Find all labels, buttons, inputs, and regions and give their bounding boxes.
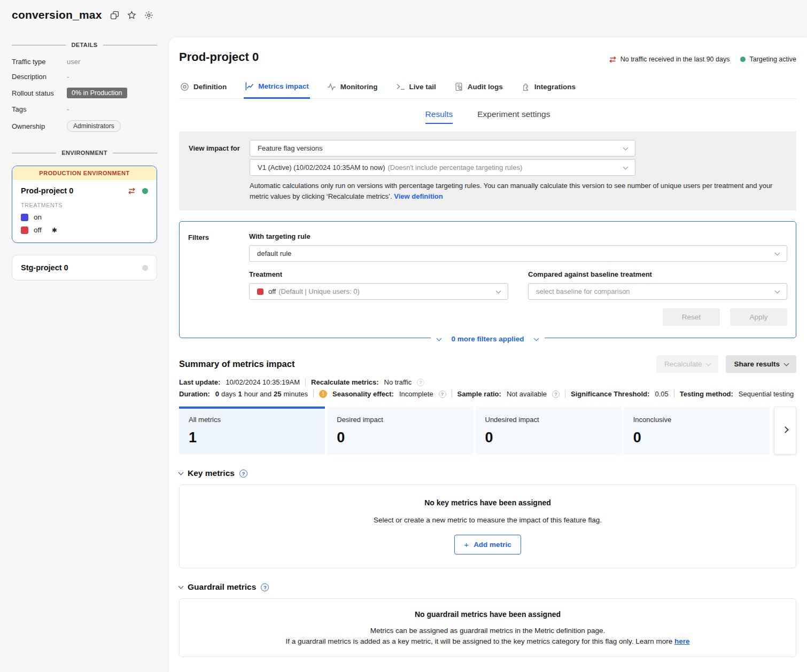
guardrail-metrics-title: Guardrail metrics — [188, 582, 256, 592]
collapse-icon[interactable] — [179, 584, 184, 589]
copy-icon[interactable] — [110, 11, 119, 20]
subtab-experiment-settings[interactable]: Experiment settings — [477, 110, 550, 124]
detail-label: Traffic type — [12, 58, 67, 66]
key-metrics-title: Key metrics — [188, 468, 235, 478]
detail-row-ownership: Ownership Administrators — [12, 120, 157, 132]
tab-label: Live tail — [409, 83, 436, 91]
version-select[interactable]: V1 (Active) (10/02/2024 10:35AM to now) … — [250, 159, 635, 176]
chevron-down-icon — [623, 145, 628, 150]
version-type-select[interactable]: Feature flag versions — [250, 140, 635, 157]
share-results-button[interactable]: Share results — [726, 355, 796, 373]
results-subtabs: Results Experiment settings — [179, 110, 796, 124]
more-filters-label: 0 more filters applied — [452, 335, 524, 343]
env-active-dot — [142, 188, 148, 194]
last-update-label: Last update: — [179, 378, 220, 386]
view-impact-label: View impact for — [189, 140, 250, 202]
details-list: Traffic type user Description - Rollout … — [12, 58, 157, 132]
view-definition-link[interactable]: View definition — [394, 192, 443, 200]
card-desired-impact[interactable]: Desired impact 0 — [327, 407, 473, 455]
detail-value: - — [67, 73, 69, 81]
no-traffic-text: No traffic received in the last 90 days — [620, 56, 730, 63]
detail-row-rollout-status: Rollout status 0% in Production — [12, 88, 157, 98]
staging-environment-card[interactable]: Stg-project 0 — [12, 255, 157, 280]
help-icon[interactable]: ? — [439, 390, 446, 398]
detail-value: user — [67, 58, 80, 66]
guardrail-empty-title: No guardrail metrics have been assigned — [190, 610, 785, 619]
environment-divider: ENVIRONMENT — [12, 150, 157, 156]
detail-value: - — [67, 105, 69, 113]
collapse-icon[interactable] — [179, 470, 184, 475]
tab-label: Definition — [193, 83, 227, 91]
testing-method-value: Sequential testing — [739, 390, 794, 398]
tab-definition[interactable]: Definition — [179, 77, 228, 98]
version-value: V1 (Active) (10/02/2024 10:35AM to now) — [258, 163, 385, 171]
help-icon[interactable]: ? — [261, 583, 269, 591]
targeting-rule-select[interactable]: default rule — [249, 245, 787, 262]
tab-metrics-impact[interactable]: Metrics impact — [244, 77, 310, 99]
guardrail-line2: If a guardrail metrics is added as a key… — [190, 637, 785, 645]
rollout-status-badge: 0% in Production — [67, 88, 127, 98]
detail-label: Ownership — [12, 122, 67, 130]
gear-icon[interactable] — [144, 11, 153, 20]
chevron-down-icon — [706, 361, 711, 366]
summary-meta-line-2: Duration: 0days1hour and25minutes ! Seas… — [179, 390, 796, 398]
tab-monitoring[interactable]: Monitoring — [326, 77, 379, 98]
add-metric-button[interactable]: + Add metric — [454, 535, 521, 554]
last-update-value: 10/02/2024 10:35:19AM — [226, 378, 300, 386]
help-icon[interactable]: ? — [552, 390, 560, 398]
apply-button[interactable]: Apply — [730, 308, 787, 326]
tab-label: Audit logs — [468, 83, 503, 91]
star-icon[interactable] — [127, 11, 136, 20]
sample-ratio-label: Sample ratio: — [457, 390, 501, 398]
learn-more-link[interactable]: here — [674, 637, 690, 645]
baseline-placeholder: select baseline for comparison — [536, 287, 630, 295]
targeting-active-text: Targeting active — [749, 56, 796, 63]
help-icon[interactable]: ? — [239, 470, 247, 478]
card-inconclusive[interactable]: Inconclusive 0 — [624, 407, 770, 455]
reset-button[interactable]: Reset — [663, 308, 720, 326]
chevron-down-icon — [623, 164, 628, 169]
targeting-status: Targeting active — [740, 56, 796, 63]
tab-audit-logs[interactable]: Audit logs — [453, 77, 504, 98]
treatment-on-swatch — [21, 214, 28, 221]
guardrail-metrics-header: Guardrail metrics ? — [179, 582, 796, 592]
ownership-pill[interactable]: Administrators — [67, 120, 121, 132]
significance-label: Significance Threshold: — [571, 390, 649, 398]
env-inactive-dot — [142, 265, 148, 271]
production-environment-card[interactable]: PRODUCTION ENVIRONMENT Prod-project 0 TR… — [12, 166, 157, 243]
tab-label: Monitoring — [340, 83, 378, 91]
cards-scroll-right-button[interactable] — [774, 407, 796, 455]
targeting-active-dot — [740, 57, 746, 62]
tab-integrations[interactable]: Integrations — [520, 77, 577, 98]
recalculate-button[interactable]: Recalculate — [656, 355, 719, 373]
tab-live-tail[interactable]: Live tail — [395, 77, 437, 98]
treatment-select[interactable]: off (Default | Unique users: 0) — [249, 283, 508, 300]
card-label: Inconclusive — [633, 416, 760, 424]
flag-sidebar: conversion_max DETAILS Traffic type user… — [0, 0, 169, 280]
card-all-metrics[interactable]: All metrics 1 — [179, 407, 325, 455]
targeting-rule-value: default rule — [257, 249, 291, 257]
card-value: 1 — [189, 429, 315, 446]
recalculate-metrics-label: Recalculate metrics: — [311, 378, 378, 386]
baseline-select[interactable]: select baseline for comparison — [528, 283, 787, 300]
tab-label: Integrations — [534, 83, 576, 91]
recalculate-metrics-value: No traffic — [384, 378, 412, 386]
no-traffic-status: No traffic received in the last 90 days — [609, 56, 730, 63]
testing-method-label: Testing method: — [680, 390, 733, 398]
more-filters-toggle[interactable]: 0 more filters applied — [431, 335, 545, 343]
key-metrics-empty-card: No key metrics have been assigned Select… — [179, 485, 796, 568]
swap-arrows-icon — [609, 56, 617, 63]
detail-label: Tags — [12, 105, 67, 113]
staging-env-name: Stg-project 0 — [21, 263, 142, 272]
chevron-down-icon — [496, 288, 501, 293]
view-impact-panel: View impact for Feature flag versions V1… — [179, 131, 796, 210]
detail-row-description: Description - — [12, 73, 157, 81]
no-traffic-icon — [128, 187, 136, 194]
card-value: 0 — [485, 429, 612, 446]
card-undesired-impact[interactable]: Undesired impact 0 — [476, 407, 622, 455]
significance-value: 0.05 — [655, 390, 668, 398]
impact-summary-cards: All metrics 1 Desired impact 0 Undesired… — [179, 407, 796, 455]
subtab-results[interactable]: Results — [425, 110, 453, 124]
seasonality-label: Seasonality effect: — [332, 390, 394, 398]
duration-label: Duration: — [179, 390, 210, 398]
